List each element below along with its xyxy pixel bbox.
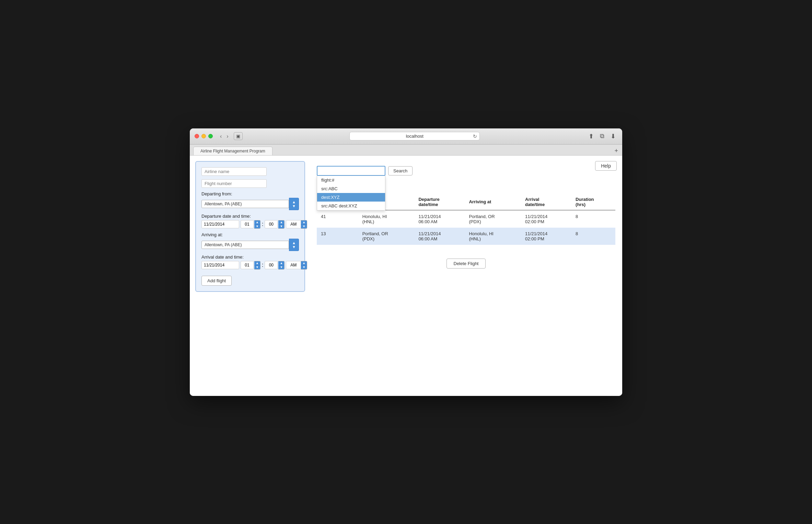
close-button[interactable]: [195, 134, 199, 138]
url-bar-container: ABP ↻: [246, 132, 583, 140]
search-input-wrapper: flight:# src:ABC dest:XYZ src:ABC dest:X…: [317, 166, 385, 176]
arrival-ampm-down[interactable]: ▼: [301, 265, 307, 269]
title-bar: ‹ › ▣ ABP ↻ ⬆ ⧉ ⬇: [190, 128, 622, 145]
departing-from-row: Departing from: Allentown, PA (ABE) ▲▼: [201, 191, 299, 210]
departure-minute-up[interactable]: ▲: [278, 220, 284, 225]
dropdown-item-flight[interactable]: flight:#: [317, 176, 385, 184]
traffic-lights: [195, 134, 213, 138]
arriving-label: Arriving at:: [201, 232, 299, 237]
sidebar-toggle-button[interactable]: ▣: [234, 132, 243, 140]
departure-date-input[interactable]: [201, 220, 239, 228]
time-separator-arrival: :: [262, 262, 263, 268]
cell-departing-from: Honolulu, HI(HNL): [358, 210, 415, 228]
departure-time-row: ▲ ▼ : ▲ ▼ ▲: [201, 220, 299, 229]
minimize-button[interactable]: [201, 134, 206, 138]
col-arriving-at: Arriving at: [465, 194, 521, 210]
departure-datetime-label: Departure date and time:: [201, 214, 299, 219]
departure-datetime-row: Departure date and time: ▲ ▼ :: [201, 214, 299, 229]
departing-select[interactable]: Allentown, PA (ABE): [201, 200, 289, 208]
arriving-select-wrapper: Allentown, PA (ABE) ▲▼: [201, 239, 299, 251]
col-departure-datetime: Departuredate/time: [414, 194, 465, 210]
browser-window: ‹ › ▣ ABP ↻ ⬆ ⧉ ⬇ Airline Flight Managem…: [190, 128, 622, 396]
flight-number-input[interactable]: [201, 179, 267, 188]
departing-select-wrapper: Allentown, PA (ABE) ▲▼: [201, 198, 299, 210]
reload-button[interactable]: ↻: [473, 134, 477, 139]
add-flight-button[interactable]: Add flight: [201, 276, 232, 286]
tab-manage-button[interactable]: ⧉: [598, 132, 606, 140]
cell-departure-datetime: 11/21/201406:00 AM: [414, 210, 465, 228]
departure-hour-spinner: ▲ ▼: [241, 220, 260, 229]
cell-arrival-datetime: 11/21/201402:00 PM: [521, 210, 571, 228]
forward-button[interactable]: ›: [225, 133, 230, 140]
arrival-minute-spinner: ▲ ▼: [265, 261, 285, 270]
search-button[interactable]: Search: [388, 166, 413, 175]
arrival-minute-arrows: ▲ ▼: [278, 261, 285, 270]
arriving-at-row: Arriving at: Allentown, PA (ABE) ▲▼: [201, 232, 299, 251]
new-tab-button[interactable]: +: [614, 147, 618, 155]
delete-flight-button[interactable]: Delete Flight: [446, 259, 486, 269]
arrival-ampm-input[interactable]: [286, 261, 301, 269]
maximize-button[interactable]: [208, 134, 213, 138]
arrival-hour-down[interactable]: ▼: [254, 265, 260, 269]
main-area: flight:# src:ABC dest:XYZ src:ABC dest:X…: [317, 162, 615, 269]
arrival-time-row: ▲ ▼ : ▲ ▼ ▲: [201, 261, 299, 270]
arrival-minute-down[interactable]: ▼: [278, 265, 284, 269]
arrival-hour-input[interactable]: [241, 261, 254, 269]
departure-ampm-down[interactable]: ▼: [301, 225, 307, 228]
dropdown-item-dest-xyz[interactable]: dest:XYZ: [317, 193, 385, 202]
flight-number-row: [201, 179, 299, 188]
cell-flight-number: 13: [317, 228, 358, 245]
cell-departure-datetime: 11/21/201406:00 AM: [414, 228, 465, 245]
time-separator-departure: :: [262, 221, 263, 227]
departure-minute-spinner: ▲ ▼: [265, 220, 285, 229]
departure-ampm-input[interactable]: [286, 220, 301, 228]
arrival-hour-up[interactable]: ▲: [254, 261, 260, 265]
url-bar[interactable]: [349, 132, 480, 140]
departure-hour-input[interactable]: [241, 220, 254, 228]
departure-ampm-up[interactable]: ▲: [301, 220, 307, 225]
departure-hour-down[interactable]: ▼: [254, 225, 260, 228]
arrival-datetime-row: Arrival date and time: ▲ ▼ : ▲: [201, 254, 299, 270]
arrival-ampm-up[interactable]: ▲: [301, 261, 307, 265]
add-flight-panel: Departing from: Allentown, PA (ABE) ▲▼ D…: [195, 161, 305, 292]
search-input[interactable]: [317, 166, 385, 176]
arrival-hour-arrows: ▲ ▼: [254, 261, 260, 270]
departing-select-arrow[interactable]: ▲▼: [289, 198, 299, 210]
arrival-minute-up[interactable]: ▲: [278, 261, 284, 265]
arriving-select[interactable]: Allentown, PA (ABE): [201, 241, 289, 249]
arriving-select-arrow[interactable]: ▲▼: [289, 239, 299, 251]
departure-minute-arrows: ▲ ▼: [278, 220, 285, 229]
col-arrival-datetime: Arrivaldate/time: [521, 194, 571, 210]
table-row[interactable]: 13 Portland, OR(PDX) 11/21/201406:00 AM …: [317, 228, 615, 245]
cell-flight-number: 41: [317, 210, 358, 228]
departure-ampm-arrows: ▲ ▼: [301, 220, 307, 229]
arrival-minute-input[interactable]: [265, 261, 278, 269]
departure-minute-input[interactable]: [265, 220, 278, 228]
departure-hour-arrows: ▲ ▼: [254, 220, 260, 229]
departure-minute-down[interactable]: ▼: [278, 225, 284, 228]
departure-ampm-wrapper: ▲ ▼: [286, 220, 307, 229]
arrival-hour-spinner: ▲ ▼: [241, 261, 260, 270]
back-button[interactable]: ‹: [218, 133, 223, 140]
url-bar-wrapper: ABP ↻: [349, 132, 480, 140]
search-bar: flight:# src:ABC dest:XYZ src:ABC dest:X…: [317, 166, 615, 176]
col-duration: Duration(hrs): [571, 194, 615, 210]
tab-bar: Airline Flight Management Program +: [190, 145, 622, 156]
airline-name-row: [201, 167, 299, 176]
arrival-date-input[interactable]: [201, 261, 239, 269]
dropdown-item-src-dest[interactable]: src:ABC dest:XYZ: [317, 202, 385, 210]
page-content: Help Departing from: Allentown, PA (ABE)…: [190, 156, 622, 396]
share-button[interactable]: ⬆: [587, 132, 595, 141]
cell-departing-from: Portland, OR(PDX): [358, 228, 415, 245]
dropdown-item-src-abc[interactable]: src:ABC: [317, 184, 385, 193]
departure-hour-up[interactable]: ▲: [254, 220, 260, 225]
nav-buttons: ‹ ›: [218, 133, 230, 140]
toolbar-right: ⬆ ⧉ ⬇: [587, 132, 617, 141]
airline-name-input[interactable]: [201, 167, 267, 176]
arrival-ampm-wrapper: ▲ ▼: [286, 261, 307, 270]
cell-arrival-datetime: 11/21/201402:00 PM: [521, 228, 571, 245]
table-row[interactable]: 41 Honolulu, HI(HNL) 11/21/201406:00 AM …: [317, 210, 615, 228]
download-button[interactable]: ⬇: [609, 132, 617, 141]
active-tab[interactable]: Airline Flight Management Program: [193, 147, 272, 155]
arrival-ampm-arrows: ▲ ▼: [301, 261, 307, 270]
